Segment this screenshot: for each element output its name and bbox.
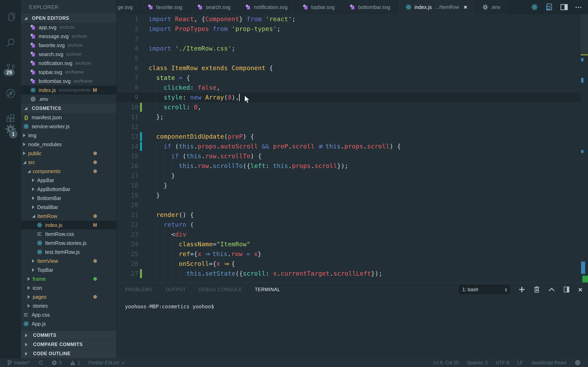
maximize-panel-icon[interactable] [548, 287, 555, 292]
tab-search.svg[interactable]: search.svg [190, 0, 238, 14]
status-javascript-react[interactable]: JavaScript React [531, 360, 567, 366]
tab-topbar.svg[interactable]: topbar.svg [295, 0, 342, 14]
status-error[interactable]: 0 [52, 360, 62, 366]
overview-ruler[interactable] [581, 14, 588, 282]
activitybar-debug-icon[interactable] [0, 81, 21, 106]
tree-item-ItemRow.css[interactable]: ItemRow.css [21, 230, 116, 239]
tree-item-manifest.json[interactable]: {}manifest.json [21, 113, 116, 122]
activitybar-files-icon[interactable] [0, 4, 21, 30]
code-line-5[interactable]: 5 [117, 53, 581, 63]
open-editor-topbar.svg[interactable]: topbar.svgsrc/frame [21, 68, 116, 77]
tree-item-App.test.js[interactable]: App.test.js [21, 328, 116, 331]
tree-item-pages[interactable]: pages [21, 292, 116, 301]
tree-item-BottomBar[interactable]: BottomBar [21, 194, 116, 203]
section-commits[interactable]: COMMITS [21, 331, 116, 340]
open-editor-search.svg[interactable]: search.svgsrc/icon [21, 50, 116, 59]
tree-item-AppBottomBar[interactable]: AppBottomBar [21, 185, 116, 194]
tree-item-stories[interactable]: stories [21, 301, 116, 310]
code-line-20[interactable]: 20 [117, 200, 581, 210]
tree-item-TopBar[interactable]: TopBar [21, 266, 116, 275]
tab-bottombar.svg[interactable]: bottombar.svg [342, 0, 398, 14]
code-line-9[interactable]: 9 style: new Array(8), [117, 92, 581, 102]
tree-item-icon[interactable]: icon [21, 284, 116, 292]
code-line-18[interactable]: 18 } [117, 181, 581, 191]
open-editor-app.svg[interactable]: app.svgsrc/icon [21, 23, 116, 32]
section-code-outline[interactable]: CODE OUTLINE [21, 349, 116, 359]
open-editor-favorite.svg[interactable]: favorite.svgsrc/icon [21, 41, 116, 50]
tree-item-src[interactable]: src [21, 158, 116, 167]
tab-favorite.svg[interactable]: favorite.svg [140, 0, 190, 14]
tree-item-ItemRow[interactable]: ItemRow [21, 212, 116, 221]
status-smiley[interactable]: ☻ [575, 359, 581, 366]
tree-item-frame[interactable]: frame [21, 275, 116, 284]
section-compare-commits[interactable]: COMPARE COMMITS [21, 340, 116, 349]
open-preview-icon[interactable] [545, 3, 553, 11]
code-line-1[interactable]: 1import React, {Component} from 'react'; [117, 14, 581, 24]
activitybar-source-control-icon[interactable]: 29 [0, 55, 21, 81]
open-editor-index.js[interactable]: index.jssrc/components…M [21, 86, 116, 95]
status-ln-9-col-25[interactable]: Ln 9, Col 25 [433, 360, 459, 366]
code-line-22[interactable]: 22 return ( [117, 220, 581, 230]
code-line-27[interactable]: 27 this.setState({scroll: x.currentTarge… [117, 269, 581, 278]
code-line-10[interactable]: 10 scroll: 0, [117, 102, 581, 112]
code-line-13[interactable]: 13 componentDidUpdate(preP) { [117, 132, 581, 142]
code-line-25[interactable]: 25 ref={x ⇒ this.row = x} [117, 249, 581, 259]
status-utf-8[interactable]: UTF-8 [496, 360, 509, 366]
tab-index.js[interactable]: index.js…/ItemRow× [398, 0, 475, 14]
terminal-shell-select[interactable]: 1: bash ▴▾ [459, 285, 510, 294]
tree-item-AppBar[interactable]: AppBar [21, 176, 116, 185]
status-warning[interactable]: 1 [70, 360, 80, 366]
terminal-output[interactable]: yoohoos-MBP:cosmetics yoohoo$ [117, 296, 588, 309]
tree-item-index.js[interactable]: index.jsM [21, 221, 116, 230]
code-line-21[interactable]: 21 render() { [117, 210, 581, 220]
close-icon[interactable]: × [464, 4, 467, 11]
split-terminal-icon[interactable] [563, 286, 570, 293]
status-prettier-eslint-[interactable]: Prettier ESLint: ✓ [88, 360, 125, 366]
tree-item-img[interactable]: img [21, 131, 116, 140]
status-spaces-2[interactable]: Spaces: 2 [467, 360, 488, 366]
open-editor-message.svg[interactable]: message.svgsrc/icon [21, 32, 116, 41]
tree-item-test.ItemRow.js[interactable]: test.ItemRow.js [21, 248, 116, 257]
code-line-12[interactable]: 12 [117, 122, 581, 132]
code-line-2[interactable]: 2import PropTypes from 'prop-types'; [117, 24, 581, 34]
status-branch[interactable]: master* [7, 360, 30, 366]
panel-tab-debug-console[interactable]: DEBUG CONSOLE [199, 287, 242, 292]
code-line-14[interactable]: 14 if (this.props.autoScroll && preP.scr… [117, 142, 581, 151]
tree-item-node_modules[interactable]: node_modules [21, 140, 116, 149]
project-section-header[interactable]: COSMETICS [21, 104, 116, 113]
scrollbar-thumb[interactable] [581, 14, 588, 54]
activitybar-search-icon[interactable] [0, 30, 21, 55]
status-sync[interactable] [38, 360, 43, 365]
react-icon[interactable] [531, 4, 538, 11]
open-editor-.env[interactable]: .env [21, 95, 116, 104]
code-line-26[interactable]: 26 onScroll={x ⇒ { [117, 259, 581, 269]
panel-tab-terminal[interactable]: TERMINAL [255, 287, 280, 292]
tree-item-public[interactable]: public [21, 149, 116, 158]
tree-item-ItemRow.stories.js[interactable]: ItemRow.stories.js [21, 239, 116, 248]
tree-item-ItemView[interactable]: ItemView [21, 257, 116, 266]
tab-.env[interactable]: .env [475, 0, 508, 14]
code-line-24[interactable]: 24 className="ItemRow" [117, 239, 581, 249]
tree-item-components[interactable]: components [21, 167, 116, 176]
code-line-11[interactable]: 11 }; [117, 112, 581, 122]
tree-item-service-worker.js[interactable]: service-worker.js [21, 122, 116, 131]
split-editor-icon[interactable] [560, 4, 568, 11]
status-lf[interactable]: LF [517, 360, 523, 366]
panel-tab-output[interactable]: OUTPUT [165, 287, 186, 292]
code-editor[interactable]: 1import React, {Component} from 'react';… [117, 14, 588, 282]
code-line-19[interactable]: 19 } [117, 191, 581, 200]
code-line-15[interactable]: 15 if (this.row.scrollTo) { [117, 151, 581, 161]
code-line-3[interactable]: 3 [117, 34, 581, 44]
tree-item-DetailBar[interactable]: DetailBar [21, 203, 116, 212]
open-editors-header[interactable]: OPEN EDITORS [21, 13, 116, 23]
panel-tab-problems[interactable]: PROBLEMS [125, 287, 153, 292]
activitybar-settings[interactable]: 1 [0, 124, 21, 135]
code-line-17[interactable]: 17 } [117, 171, 581, 181]
more-actions-icon[interactable]: ⋯ [575, 3, 582, 11]
tree-item-App.css[interactable]: App.css [21, 310, 116, 319]
open-editor-bottombar.svg[interactable]: bottombar.svgsrc/frame [21, 77, 116, 86]
tab-notification.svg[interactable]: notification.svg [238, 0, 295, 14]
tab-ge.svg[interactable]: ge.svg [117, 0, 140, 14]
code-line-7[interactable]: 7 state = { [117, 73, 581, 83]
code-line-6[interactable]: 6class ItemRow extends Component { [117, 63, 581, 73]
